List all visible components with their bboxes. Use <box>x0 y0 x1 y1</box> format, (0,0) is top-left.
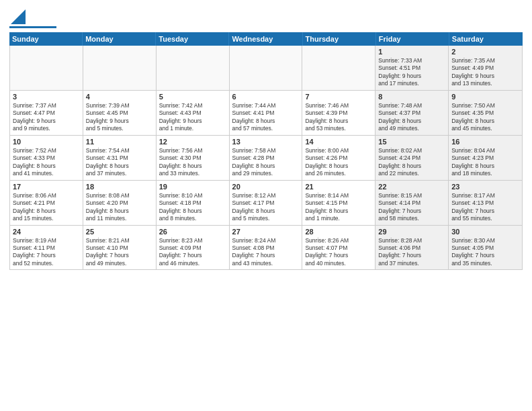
day-number: 15 <box>378 138 445 146</box>
header-cell-sunday: Sunday <box>9 32 83 46</box>
logo <box>9 9 56 28</box>
cal-cell-2-0-6: 2Sunrise: 7:35 AM Sunset: 4:49 PM Daylig… <box>449 46 522 90</box>
day-number: 8 <box>378 93 445 101</box>
cell-info: Sunrise: 8:02 AM Sunset: 4:24 PM Dayligh… <box>378 147 445 178</box>
cal-cell-5-1-2: 5Sunrise: 7:42 AM Sunset: 4:43 PM Daylig… <box>157 91 230 135</box>
cell-info: Sunrise: 7:37 AM Sunset: 4:47 PM Dayligh… <box>13 102 80 133</box>
cell-info: Sunrise: 8:08 AM Sunset: 4:20 PM Dayligh… <box>86 192 153 223</box>
cell-info: Sunrise: 8:28 AM Sunset: 4:06 PM Dayligh… <box>378 237 445 268</box>
cal-cell-empty-0-0 <box>10 46 83 90</box>
cell-info: Sunrise: 7:35 AM Sunset: 4:49 PM Dayligh… <box>451 57 519 88</box>
cell-info: Sunrise: 7:50 AM Sunset: 4:35 PM Dayligh… <box>451 102 519 133</box>
cell-info: Sunrise: 7:39 AM Sunset: 4:45 PM Dayligh… <box>86 102 153 133</box>
cal-cell-3-1-0: 3Sunrise: 7:37 AM Sunset: 4:47 PM Daylig… <box>10 91 83 135</box>
cal-cell-10-2-0: 10Sunrise: 7:52 AM Sunset: 4:33 PM Dayli… <box>10 136 83 180</box>
cal-cell-12-2-2: 12Sunrise: 7:56 AM Sunset: 4:30 PM Dayli… <box>157 136 230 180</box>
day-number: 24 <box>13 228 80 236</box>
cal-cell-empty-0-3 <box>230 46 303 90</box>
cell-info: Sunrise: 7:42 AM Sunset: 4:43 PM Dayligh… <box>159 102 226 133</box>
header-cell-wednesday: Wednesday <box>229 32 302 46</box>
day-number: 16 <box>451 138 519 146</box>
day-number: 30 <box>451 228 519 236</box>
cal-cell-empty-0-1 <box>83 46 157 90</box>
cal-cell-13-2-3: 13Sunrise: 7:58 AM Sunset: 4:28 PM Dayli… <box>230 136 303 180</box>
cal-row-3: 17Sunrise: 8:06 AM Sunset: 4:21 PM Dayli… <box>10 181 522 226</box>
cell-info: Sunrise: 7:48 AM Sunset: 4:37 PM Dayligh… <box>378 102 445 133</box>
cell-info: Sunrise: 8:17 AM Sunset: 4:13 PM Dayligh… <box>451 192 519 223</box>
calendar-body: 1Sunrise: 7:33 AM Sunset: 4:51 PM Daylig… <box>9 46 523 270</box>
cal-cell-22-3-5: 22Sunrise: 8:15 AM Sunset: 4:14 PM Dayli… <box>375 181 449 225</box>
cal-row-0: 1Sunrise: 7:33 AM Sunset: 4:51 PM Daylig… <box>10 46 522 91</box>
cell-info: Sunrise: 7:44 AM Sunset: 4:41 PM Dayligh… <box>232 102 300 133</box>
cell-info: Sunrise: 7:33 AM Sunset: 4:51 PM Dayligh… <box>378 57 445 88</box>
cal-cell-26-4-2: 26Sunrise: 8:23 AM Sunset: 4:09 PM Dayli… <box>157 226 230 270</box>
cell-info: Sunrise: 8:10 AM Sunset: 4:18 PM Dayligh… <box>159 192 226 223</box>
cal-cell-17-3-0: 17Sunrise: 8:06 AM Sunset: 4:21 PM Dayli… <box>10 181 83 225</box>
day-number: 19 <box>159 183 226 191</box>
day-number: 17 <box>13 183 80 191</box>
cal-cell-20-3-3: 20Sunrise: 8:12 AM Sunset: 4:17 PM Dayli… <box>230 181 303 225</box>
day-number: 3 <box>13 93 80 101</box>
day-number: 23 <box>451 183 519 191</box>
svg-marker-0 <box>11 9 26 24</box>
cal-cell-1-0-5: 1Sunrise: 7:33 AM Sunset: 4:51 PM Daylig… <box>375 46 449 90</box>
cal-cell-23-3-6: 23Sunrise: 8:17 AM Sunset: 4:13 PM Dayli… <box>449 181 522 225</box>
day-number: 28 <box>305 228 372 236</box>
day-number: 14 <box>305 138 372 146</box>
cell-info: Sunrise: 8:21 AM Sunset: 4:10 PM Dayligh… <box>86 237 153 268</box>
cal-cell-19-3-2: 19Sunrise: 8:10 AM Sunset: 4:18 PM Dayli… <box>157 181 230 225</box>
cell-info: Sunrise: 7:54 AM Sunset: 4:31 PM Dayligh… <box>86 147 153 178</box>
page: SundayMondayTuesdayWednesdayThursdayFrid… <box>0 0 532 411</box>
day-number: 25 <box>86 228 153 236</box>
day-number: 9 <box>451 93 519 101</box>
cell-info: Sunrise: 7:56 AM Sunset: 4:30 PM Dayligh… <box>159 147 226 178</box>
cell-info: Sunrise: 8:04 AM Sunset: 4:23 PM Dayligh… <box>451 147 519 178</box>
cal-row-1: 3Sunrise: 7:37 AM Sunset: 4:47 PM Daylig… <box>10 91 522 136</box>
header-cell-saturday: Saturday <box>449 32 523 46</box>
cell-info: Sunrise: 8:00 AM Sunset: 4:26 PM Dayligh… <box>305 147 372 178</box>
cal-cell-6-1-3: 6Sunrise: 7:44 AM Sunset: 4:41 PM Daylig… <box>230 91 303 135</box>
cal-cell-30-4-6: 30Sunrise: 8:30 AM Sunset: 4:05 PM Dayli… <box>449 226 522 270</box>
day-number: 10 <box>13 138 80 146</box>
day-number: 21 <box>305 183 372 191</box>
cell-info: Sunrise: 8:19 AM Sunset: 4:11 PM Dayligh… <box>13 237 80 268</box>
cell-info: Sunrise: 7:46 AM Sunset: 4:39 PM Dayligh… <box>305 102 372 133</box>
cell-info: Sunrise: 8:15 AM Sunset: 4:14 PM Dayligh… <box>378 192 445 223</box>
day-number: 22 <box>378 183 445 191</box>
cal-cell-7-1-4: 7Sunrise: 7:46 AM Sunset: 4:39 PM Daylig… <box>302 91 375 135</box>
header-cell-monday: Monday <box>83 32 156 46</box>
cal-cell-4-1-1: 4Sunrise: 7:39 AM Sunset: 4:45 PM Daylig… <box>83 91 157 135</box>
day-number: 11 <box>86 138 153 146</box>
cell-info: Sunrise: 8:14 AM Sunset: 4:15 PM Dayligh… <box>305 192 372 223</box>
calendar-header: SundayMondayTuesdayWednesdayThursdayFrid… <box>9 32 523 46</box>
cell-info: Sunrise: 8:30 AM Sunset: 4:05 PM Dayligh… <box>451 237 519 268</box>
day-number: 20 <box>232 183 300 191</box>
cal-cell-11-2-1: 11Sunrise: 7:54 AM Sunset: 4:31 PM Dayli… <box>83 136 157 180</box>
header-cell-thursday: Thursday <box>303 32 376 46</box>
cal-cell-8-1-5: 8Sunrise: 7:48 AM Sunset: 4:37 PM Daylig… <box>375 91 449 135</box>
day-number: 2 <box>451 48 519 56</box>
cell-info: Sunrise: 7:52 AM Sunset: 4:33 PM Dayligh… <box>13 147 80 178</box>
cal-cell-27-4-3: 27Sunrise: 8:24 AM Sunset: 4:08 PM Dayli… <box>230 226 303 270</box>
cal-cell-24-4-0: 24Sunrise: 8:19 AM Sunset: 4:11 PM Dayli… <box>10 226 83 270</box>
cal-cell-25-4-1: 25Sunrise: 8:21 AM Sunset: 4:10 PM Dayli… <box>83 226 157 270</box>
cell-info: Sunrise: 8:24 AM Sunset: 4:08 PM Dayligh… <box>232 237 300 268</box>
header <box>9 7 523 28</box>
cal-cell-14-2-4: 14Sunrise: 8:00 AM Sunset: 4:26 PM Dayli… <box>302 136 375 180</box>
cal-cell-28-4-4: 28Sunrise: 8:26 AM Sunset: 4:07 PM Dayli… <box>302 226 375 270</box>
cal-cell-18-3-1: 18Sunrise: 8:08 AM Sunset: 4:20 PM Dayli… <box>83 181 157 225</box>
header-cell-tuesday: Tuesday <box>156 32 229 46</box>
cal-cell-21-3-4: 21Sunrise: 8:14 AM Sunset: 4:15 PM Dayli… <box>302 181 375 225</box>
day-number: 12 <box>159 138 226 146</box>
day-number: 7 <box>305 93 372 101</box>
header-cell-friday: Friday <box>376 32 449 46</box>
cal-cell-16-2-6: 16Sunrise: 8:04 AM Sunset: 4:23 PM Dayli… <box>449 136 522 180</box>
day-number: 29 <box>378 228 445 236</box>
cell-info: Sunrise: 8:26 AM Sunset: 4:07 PM Dayligh… <box>305 237 372 268</box>
day-number: 27 <box>232 228 300 236</box>
day-number: 13 <box>232 138 300 146</box>
cell-info: Sunrise: 8:23 AM Sunset: 4:09 PM Dayligh… <box>159 237 226 268</box>
cell-info: Sunrise: 8:06 AM Sunset: 4:21 PM Dayligh… <box>13 192 80 223</box>
cell-info: Sunrise: 8:12 AM Sunset: 4:17 PM Dayligh… <box>232 192 300 223</box>
calendar-rows: 1Sunrise: 7:33 AM Sunset: 4:51 PM Daylig… <box>10 46 522 269</box>
